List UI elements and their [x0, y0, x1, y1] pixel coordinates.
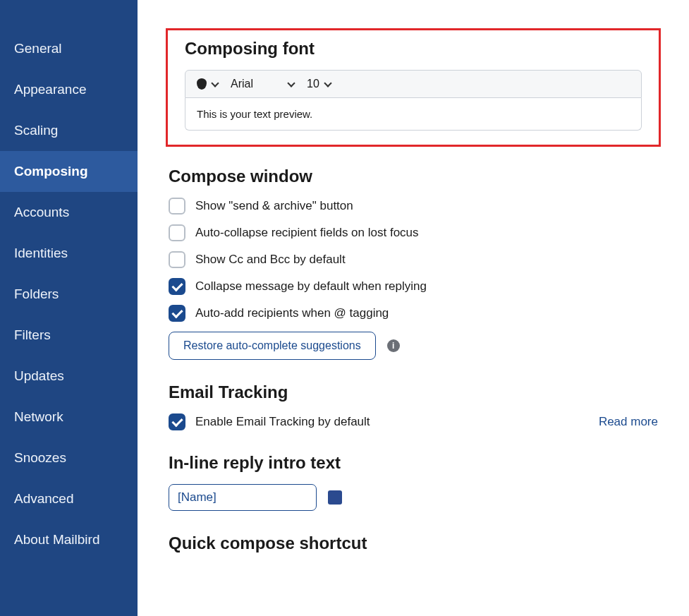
sidebar-item-filters[interactable]: Filters	[0, 315, 138, 356]
font-toolbar: Arial 10	[185, 70, 642, 98]
settings-main: Composing font Arial 10 This is your tex…	[138, 0, 689, 616]
email-tracking-heading: Email Tracking	[169, 382, 658, 402]
option-auto-collapse: Auto-collapse recipient fields on lost f…	[169, 224, 658, 241]
option-send-archive: Show "send & archive" button	[169, 198, 658, 215]
option-collapse-reply: Collapse message by default when replyin…	[169, 278, 658, 295]
option-auto-add-at: Auto-add recipients when @ tagging	[169, 305, 658, 322]
sidebar-item-appearance[interactable]: Appearance	[0, 69, 138, 110]
read-more-link[interactable]: Read more	[599, 415, 658, 429]
sidebar-item-identities[interactable]: Identities	[0, 233, 138, 274]
restore-autocomplete-button[interactable]: Restore auto-complete suggestions	[169, 332, 376, 360]
chevron-down-icon	[287, 79, 295, 87]
option-label: Show "send & archive" button	[195, 199, 353, 213]
compose-window-heading: Compose window	[169, 167, 658, 186]
inline-reply-input[interactable]	[169, 484, 317, 511]
option-label: Enable Email Tracking by default	[195, 415, 370, 429]
sidebar-item-general[interactable]: General	[0, 28, 138, 69]
font-family-select[interactable]: Arial	[231, 78, 294, 90]
sidebar-item-updates[interactable]: Updates	[0, 356, 138, 397]
composing-font-heading: Composing font	[185, 39, 642, 59]
option-show-cc-bcc: Show Cc and Bcc by default	[169, 251, 658, 268]
checkbox-auto-add-at[interactable]	[169, 305, 185, 322]
checkbox-send-archive[interactable]	[169, 198, 185, 215]
inline-reply-color-swatch[interactable]	[328, 490, 342, 505]
option-label: Auto-collapse recipient fields on lost f…	[195, 226, 419, 240]
composing-font-section: Composing font Arial 10 This is your tex…	[166, 28, 661, 147]
sidebar-item-snoozes[interactable]: Snoozes	[0, 437, 138, 478]
quick-compose-heading: Quick compose shortcut	[169, 533, 658, 553]
chevron-down-icon	[324, 79, 331, 87]
sidebar-item-network[interactable]: Network	[0, 397, 138, 437]
option-label: Auto-add recipients when @ tagging	[195, 306, 389, 320]
sidebar-item-about[interactable]: About Mailbird	[0, 519, 138, 560]
inline-reply-section: In-line reply intro text	[166, 453, 661, 511]
option-label: Show Cc and Bcc by default	[195, 253, 346, 267]
chevron-down-icon	[211, 79, 219, 87]
font-size-select[interactable]: 10	[307, 78, 331, 90]
option-enable-tracking: Enable Email Tracking by default	[169, 413, 370, 430]
email-tracking-section: Email Tracking Enable Email Tracking by …	[166, 382, 661, 430]
compose-window-section: Compose window Show "send & archive" but…	[166, 167, 661, 360]
settings-sidebar: General Appearance Scaling Composing Acc…	[0, 0, 138, 616]
font-size-value: 10	[307, 78, 319, 90]
sidebar-item-advanced[interactable]: Advanced	[0, 478, 138, 519]
info-icon[interactable]: i	[387, 339, 400, 352]
font-family-value: Arial	[231, 78, 253, 90]
sidebar-item-composing[interactable]: Composing	[0, 151, 138, 192]
font-preview: This is your text preview.	[185, 98, 642, 131]
drop-icon	[197, 78, 207, 90]
quick-compose-section: Quick compose shortcut	[166, 533, 661, 553]
sidebar-item-accounts[interactable]: Accounts	[0, 192, 138, 233]
checkbox-auto-collapse[interactable]	[169, 224, 185, 241]
font-color-select[interactable]	[197, 78, 218, 90]
sidebar-item-scaling[interactable]: Scaling	[0, 110, 138, 151]
option-label: Collapse message by default when replyin…	[195, 279, 427, 294]
sidebar-item-folders[interactable]: Folders	[0, 274, 138, 315]
checkbox-collapse-reply[interactable]	[169, 278, 185, 295]
inline-reply-heading: In-line reply intro text	[169, 453, 658, 473]
checkbox-enable-tracking[interactable]	[169, 413, 185, 430]
checkbox-show-cc-bcc[interactable]	[169, 251, 185, 268]
